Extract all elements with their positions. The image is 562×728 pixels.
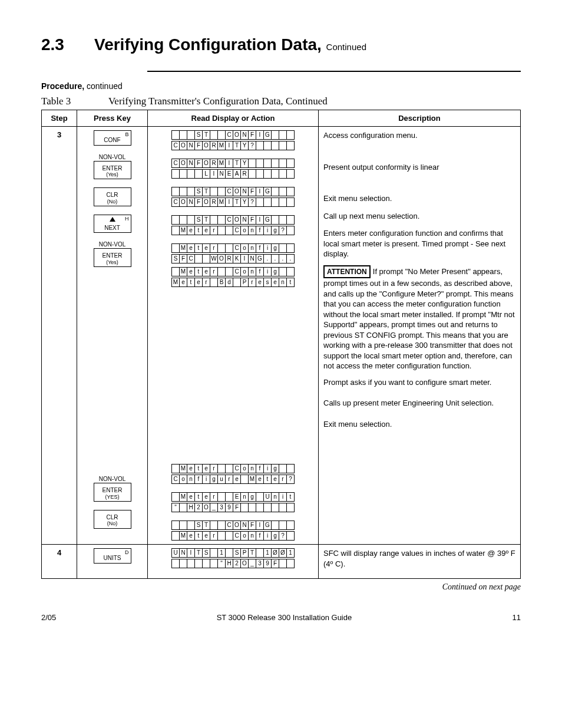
lcd-cell	[171, 243, 180, 253]
lcd-cell: N	[217, 169, 226, 179]
lcd-cell	[194, 559, 203, 568]
lcd-cell	[179, 559, 187, 568]
lcd-cell: S	[202, 548, 210, 558]
lcd-cell	[279, 559, 287, 568]
arrow-up-icon	[110, 217, 115, 222]
lcd-cell	[171, 215, 180, 225]
lcd-cell	[179, 169, 187, 179]
lcd-cell	[286, 159, 295, 168]
key-clr: CLR (No)	[94, 510, 131, 529]
lcd-cell: F	[248, 130, 256, 140]
lcd-cell: P	[240, 278, 249, 287]
lcd-cell: I	[256, 215, 264, 225]
lcd-cell: O	[240, 559, 249, 568]
lcd-cell	[217, 130, 226, 140]
lcd-cell: n	[187, 475, 195, 484]
lcd-cell	[271, 141, 279, 150]
lcd-cell	[171, 169, 180, 179]
lcd-cell	[263, 141, 272, 150]
lcd-cell: r	[202, 278, 210, 287]
lcd-cell: C	[225, 130, 233, 140]
lcd-cell: Y	[240, 141, 249, 150]
lcd-cell	[179, 187, 187, 196]
lcd-cell: i	[263, 226, 272, 235]
lcd-cell: r	[248, 278, 256, 287]
step-number: 3	[42, 127, 77, 545]
lcd-cell: I	[225, 159, 233, 168]
lcd-cell: M	[217, 159, 226, 168]
lcd-cell: i	[263, 243, 272, 253]
lcd-cell	[286, 226, 295, 235]
lcd-cell: N	[187, 197, 195, 207]
lcd-cell: N	[240, 187, 249, 196]
lcd-cell: O	[202, 503, 210, 512]
section-continued: Continued	[326, 42, 366, 52]
lcd-cell: t	[194, 226, 203, 235]
lcd-cell	[248, 503, 256, 512]
lcd-cell: I	[210, 169, 218, 179]
lcd-cell	[286, 215, 295, 225]
lcd-cell: F	[271, 559, 279, 568]
lcd-cell: s	[263, 278, 272, 287]
lcd-cell: g	[271, 267, 279, 276]
lcd-cell	[225, 243, 233, 253]
lcd-cell: 1	[217, 548, 226, 558]
lcd-cell: .	[263, 254, 272, 263]
lcd-cell: R	[210, 197, 218, 207]
lcd-cell: ?	[248, 197, 256, 207]
lcd-cell: R	[240, 169, 249, 179]
lcd-cell: "	[217, 559, 226, 568]
lcd-cell	[171, 531, 180, 541]
lcd-cell: T	[202, 521, 210, 530]
lcd-cell: r	[210, 226, 218, 235]
lcd-cell: K	[233, 254, 241, 263]
lcd-display: MeterEngUnit"H2O_39F	[171, 492, 295, 512]
lcd-cell: F	[233, 503, 241, 512]
lcd-cell	[210, 521, 218, 530]
lcd-cell: u	[217, 475, 226, 484]
lcd-cell: S	[194, 215, 203, 225]
lcd-cell: T	[248, 548, 256, 558]
lcd-cell: P	[240, 548, 249, 558]
lcd-cell: T	[233, 141, 241, 150]
horizontal-rule	[147, 71, 521, 72]
lcd-cell: n	[240, 492, 249, 502]
lcd-cell: i	[263, 464, 272, 473]
lcd-cell: M	[217, 141, 226, 150]
lcd-cell	[233, 278, 241, 287]
key-units: D UNITS	[94, 548, 131, 564]
lcd-cell: t	[263, 475, 272, 484]
lcd-cell: r	[210, 492, 218, 502]
lcd-cell	[286, 267, 295, 276]
lcd-cell: r	[210, 243, 218, 253]
lcd-cell: n	[271, 492, 279, 502]
lcd-cell: e	[187, 226, 195, 235]
lcd-cell: C	[187, 254, 195, 263]
lcd-cell	[202, 254, 210, 263]
lcd-cell	[271, 159, 279, 168]
lcd-cell	[179, 215, 187, 225]
lcd-cell: U	[171, 548, 180, 558]
lcd-cell: C	[225, 215, 233, 225]
lcd-cell: M	[179, 464, 187, 473]
lcd-cell	[286, 531, 295, 541]
lcd-cell: t	[194, 243, 203, 253]
lcd-cell	[202, 559, 210, 568]
lcd-cell	[271, 187, 279, 196]
lcd-cell: n	[248, 464, 256, 473]
lcd-cell: M	[248, 475, 256, 484]
lcd-cell	[217, 531, 226, 541]
lcd-cell: e	[187, 243, 195, 253]
lcd-cell	[217, 243, 226, 253]
footer-right: 11	[513, 613, 521, 622]
lcd-cell: f	[256, 267, 264, 276]
lcd-cell: I	[256, 187, 264, 196]
lcd-cell	[225, 548, 233, 558]
key-clr: CLR (No)	[94, 187, 131, 206]
step-number: 4	[42, 545, 77, 579]
lcd-cell: O	[217, 254, 226, 263]
lcd-cell	[187, 559, 195, 568]
lcd-cell: o	[240, 531, 249, 541]
press-key-cell: B CONF NON-VOL ENTER (Yes)	[77, 127, 148, 545]
lcd-cell	[210, 215, 218, 225]
